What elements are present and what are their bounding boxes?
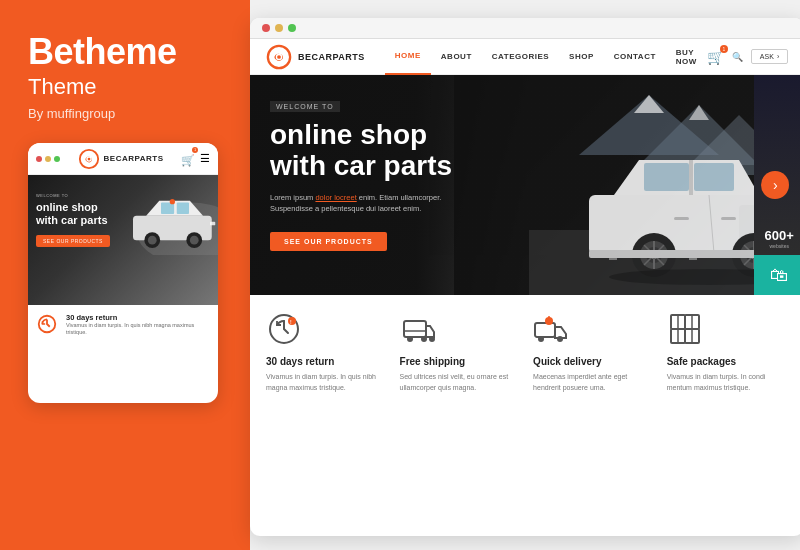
website-counter: 600+ websites <box>754 75 800 255</box>
svg-point-67 <box>429 336 435 342</box>
left-panel: Betheme Theme By muffingroup BECARPARTS <box>0 0 250 550</box>
svg-rect-29 <box>644 163 689 191</box>
counter-label: websites <box>769 243 788 249</box>
desktop-nav-items: HOME ABOUT CATEGORIES SHOP CONTACT BUY N… <box>385 39 707 75</box>
brand-title: Betheme <box>28 32 222 72</box>
slider-next-arrow[interactable]: › <box>761 171 789 199</box>
mobile-welcome-label: WELCOME TO <box>36 193 110 198</box>
mobile-headline: online shopwith car parts <box>36 201 110 227</box>
svg-point-71 <box>557 336 563 342</box>
svg-rect-30 <box>694 163 734 191</box>
nav-item-about[interactable]: ABOUT <box>431 39 482 75</box>
mobile-logo: BECARPARTS <box>78 148 164 170</box>
svg-point-66 <box>421 336 427 342</box>
feature-return-desc: Vivamus in diam turpis. In quis nibh mag… <box>266 372 388 393</box>
mobile-cart-icon: 🛒 <box>181 154 195 166</box>
mobile-return-icon <box>36 313 58 335</box>
shopping-bag-strip: 🛍 <box>754 255 800 295</box>
desktop-dot-green <box>288 24 296 32</box>
brand-by: By muffingroup <box>28 106 222 121</box>
desktop-cart-icon[interactable]: 🛒 1 <box>707 49 724 65</box>
features-section: ! 30 days return Vivamus in diam turpis.… <box>250 295 800 403</box>
feature-shipping: Free shipping Sed ultrices nisl velit, e… <box>400 311 522 393</box>
mobile-hero-car <box>113 185 218 255</box>
svg-rect-59 <box>721 217 736 220</box>
desktop-hero: H <box>250 75 800 295</box>
mobile-traffic-lights <box>36 156 60 162</box>
desktop-logo-icon <box>266 44 292 70</box>
svg-point-65 <box>407 336 413 342</box>
counter-number: 600+ <box>765 228 794 243</box>
nav-item-home[interactable]: HOME <box>385 39 431 75</box>
feature-shipping-title: Free shipping <box>400 356 522 367</box>
nav-item-shop[interactable]: SHOP <box>559 39 604 75</box>
search-icon[interactable]: 🔍 <box>732 52 743 62</box>
svg-rect-64 <box>404 321 426 337</box>
mobile-menu-icon: ☰ <box>200 152 210 165</box>
ask-label: ASK <box>760 53 774 60</box>
mobile-hero: WELCOME TO online shopwith car parts SEE… <box>28 175 218 305</box>
right-panel: BECARPARTS HOME ABOUT CATEGORIES SHOP CO… <box>250 0 800 550</box>
desktop-nav: BECARPARTS HOME ABOUT CATEGORIES SHOP CO… <box>250 39 800 75</box>
nav-item-categories[interactable]: CATEGORIES <box>482 39 559 75</box>
desktop-welcome-label: WELCOME TO <box>270 101 340 112</box>
desktop-hero-content: WELCOME TO online shop with car parts Lo… <box>270 95 452 251</box>
desktop-hero-car: H <box>454 75 800 295</box>
svg-rect-60 <box>589 250 779 258</box>
svg-rect-31 <box>689 160 693 195</box>
svg-point-12 <box>170 199 175 204</box>
feature-delivery-title: Quick delivery <box>533 356 655 367</box>
ask-button[interactable]: ASK › <box>751 49 788 64</box>
desktop-cart-badge: 1 <box>720 45 728 53</box>
shopping-bag-icon: 🛍 <box>770 265 788 286</box>
svg-rect-11 <box>210 221 215 225</box>
svg-point-16 <box>277 55 281 59</box>
mobile-features: 30 days return Vivamus in diam turpis. I… <box>28 305 218 344</box>
svg-rect-58 <box>674 217 689 220</box>
feature-packages: Safe packages Vivamus in diam turpis. In… <box>667 311 789 393</box>
desktop-dot-yellow <box>275 24 283 32</box>
nav-item-contact[interactable]: CONTACT <box>604 39 666 75</box>
feature-packages-desc: Vivamus in diam turpis. In condi mentum … <box>667 372 789 393</box>
desktop-nav-right: 🛒 1 🔍 ASK › <box>707 49 788 65</box>
mobile-logo-text: BECARPARTS <box>104 154 164 163</box>
desktop-hero-desc: Lorem ipsum dolor locreet enim. Etiam ul… <box>270 192 452 215</box>
mobile-top-bar: BECARPARTS 🛒 1 ☰ <box>28 143 218 175</box>
headline-line1: online shop <box>270 119 427 150</box>
delivery-icon <box>533 311 569 347</box>
desktop-mockup: BECARPARTS HOME ABOUT CATEGORIES SHOP CO… <box>250 18 800 536</box>
feature-delivery: Quick delivery Maecenas imperdiet ante e… <box>533 311 655 393</box>
feature-return-title: 30 days return <box>266 356 388 367</box>
mobile-cart-badge: 🛒 1 <box>181 150 195 168</box>
svg-point-72 <box>545 317 553 325</box>
desktop-top-bar <box>250 18 800 39</box>
desktop-hero-cta[interactable]: SEE OUR PRODUCTS <box>270 232 387 251</box>
svg-point-10 <box>190 235 199 244</box>
svg-point-70 <box>538 336 544 342</box>
mobile-cta-button[interactable]: SEE OUR PRODUCTS <box>36 235 110 247</box>
svg-point-8 <box>148 235 157 244</box>
shipping-icon <box>400 311 436 347</box>
feature-shipping-desc: Sed ultrices nisl velit, eu ornare est u… <box>400 372 522 393</box>
svg-point-2 <box>87 157 90 160</box>
mobile-dot-yellow <box>45 156 51 162</box>
mobile-mockup: BECARPARTS 🛒 1 ☰ <box>28 143 218 403</box>
mobile-hero-text: WELCOME TO online shopwith car parts SEE… <box>36 193 110 247</box>
return-icon: ! <box>266 311 302 347</box>
desktop-dot-red <box>262 24 270 32</box>
feature-return: ! 30 days return Vivamus in diam turpis.… <box>266 311 388 393</box>
mobile-dot-red <box>36 156 42 162</box>
mobile-feature-title: 30 days return <box>66 313 210 322</box>
svg-rect-69 <box>535 323 555 337</box>
mobile-cart-count: 1 <box>192 147 198 153</box>
mobile-logo-icon <box>78 148 100 170</box>
mobile-dot-green <box>54 156 60 162</box>
nav-item-buy-now[interactable]: BUY NOW <box>666 39 707 75</box>
feature-packages-title: Safe packages <box>667 356 789 367</box>
feature-delivery-desc: Maecenas imperdiet ante eget hendrerit p… <box>533 372 655 393</box>
hero-link: dolor locreet <box>315 193 356 202</box>
mobile-feature-desc: Vivamus in diam turpis. In quis nibh mag… <box>66 322 210 336</box>
mobile-feature-return: 30 days return Vivamus in diam turpis. I… <box>36 313 210 336</box>
desktop-logo-text: BECARPARTS <box>298 52 365 62</box>
svg-rect-6 <box>177 202 189 213</box>
